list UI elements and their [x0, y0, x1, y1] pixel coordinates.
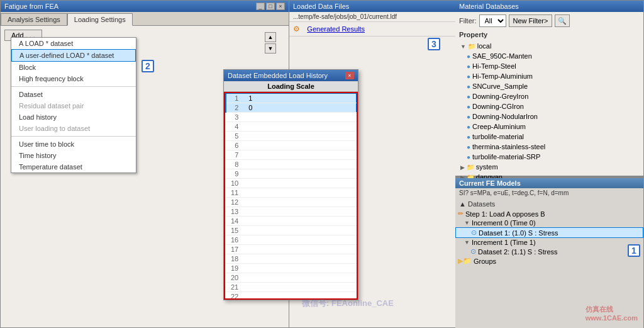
menu-item-user-loading: User loading to dataset	[11, 123, 136, 134]
menu-item-user-time[interactable]: User time to block	[11, 139, 136, 150]
tree-row: ●Creep-Aluminium	[455, 122, 643, 131]
row-value[interactable]	[243, 283, 356, 292]
generated-results-link[interactable]: Generated Results	[304, 24, 367, 34]
fe-tree-item-ds2[interactable]: ⊙Dataset 2: (1.1) S : Stress	[455, 247, 643, 256]
row-value[interactable]: 0	[243, 103, 356, 113]
dialog-table-row[interactable]: 22	[226, 292, 357, 300]
row-value[interactable]	[243, 245, 356, 254]
down-arrow-button[interactable]: ▼	[265, 43, 276, 54]
dialog-table-row[interactable]: 10	[226, 179, 357, 188]
badge-1: 1	[628, 244, 640, 257]
fe-tree-item-inc1[interactable]: ▼Increment 1 (Time 1)	[455, 238, 643, 247]
material-tree-item-downing-nodular[interactable]: ●Downing-NodularIron	[455, 111, 643, 122]
material-tree-item-sncurve[interactable]: ●SNCurve_Sample	[455, 81, 643, 91]
search-button[interactable]: 🔍	[555, 14, 570, 27]
material-tree-item-hi-temp-steel[interactable]: ●Hi-Temp-Steel	[455, 61, 643, 71]
material-tree-item-local[interactable]: ▼ 📁local	[455, 41, 643, 51]
fe-tree-item-ds1[interactable]: ⊙Dataset 1: (1.0) S : Stress	[455, 227, 643, 238]
tab-analysis[interactable]: Analysis Settings	[1, 13, 67, 25]
row-value[interactable]	[243, 132, 356, 141]
row-value[interactable]	[243, 273, 356, 283]
menu-item-user-defined[interactable]: A user-defined LOAD * dataset	[11, 49, 136, 62]
row-value[interactable]	[243, 264, 356, 273]
menu-item-dataset[interactable]: Dataset	[11, 89, 136, 100]
menu-item-a-load[interactable]: A LOAD * dataset	[11, 38, 136, 49]
file-icon: ●	[467, 133, 470, 140]
row-value[interactable]	[243, 122, 356, 132]
dialog-table-row[interactable]: 6	[226, 141, 357, 150]
dialog-table-row[interactable]: 4	[226, 122, 357, 132]
row-value[interactable]	[243, 207, 356, 217]
fe-tree-item-groups[interactable]: ▶📁Groups	[455, 256, 643, 266]
material-tree-item-downing-cg[interactable]: ●Downing-CGIron	[455, 101, 643, 111]
dialog-table-row[interactable]: 21	[226, 283, 357, 292]
row-value[interactable]	[243, 169, 356, 179]
new-filter-button[interactable]: New Filter>	[509, 14, 553, 27]
material-tree-item-turbolife-srp[interactable]: ●turbolife-material-SRP	[455, 152, 643, 162]
dialog-table-container[interactable]: 1120345678910111213141516171819202122	[224, 92, 358, 300]
dialog-table-row[interactable]: 14	[226, 217, 357, 226]
dialog-table-row[interactable]: 8	[226, 160, 357, 169]
tree-item-label: Downing-GreyIron	[472, 93, 528, 100]
dialog-table-row[interactable]: 3	[226, 113, 357, 122]
dialog-table-row[interactable]: 18	[226, 254, 357, 264]
row-value[interactable]: 1	[243, 94, 356, 103]
menu-item-load-history[interactable]: Load history	[11, 111, 136, 123]
fe-tree-item-inc0[interactable]: ▼Increment 0 (Time 0)	[455, 218, 643, 227]
menu-item-time-history[interactable]: Time history	[11, 150, 136, 161]
dialog-table-row[interactable]: 20	[226, 273, 357, 283]
dialog-table-row[interactable]: 11	[226, 94, 357, 103]
fe-tree-item-label: Increment 1 (Time 1)	[472, 239, 536, 246]
filter-select[interactable]: All	[479, 14, 506, 27]
title-buttons: _ □ ×	[256, 3, 285, 10]
dialog-table-row[interactable]: 12	[226, 198, 357, 207]
menu-item-high-freq[interactable]: High frequency block	[11, 73, 136, 84]
dialog-table-row[interactable]: 20	[226, 103, 357, 113]
material-tree-item-downing-grey[interactable]: ●Downing-GreyIron	[455, 91, 643, 101]
main-window-title: Fatigue from FEA	[4, 3, 58, 10]
menu-item-temp-dataset[interactable]: Temperature dataset	[11, 161, 136, 172]
material-tree-item-creep-al[interactable]: ●Creep-Aluminium	[455, 122, 643, 132]
generated-results-section: ⚙ Generated Results	[289, 22, 455, 37]
row-value[interactable]	[243, 160, 356, 169]
row-value[interactable]	[243, 150, 356, 160]
dialog-table-row[interactable]: 15	[226, 226, 357, 235]
maximize-button[interactable]: □	[266, 3, 275, 10]
row-value[interactable]	[243, 141, 356, 150]
tree-item-label: turbolife-material	[472, 133, 524, 140]
row-value[interactable]	[243, 179, 356, 188]
fe-tree-item-step1[interactable]: ✏Step 1: Load A opposes B	[455, 209, 643, 218]
row-value[interactable]	[243, 254, 356, 264]
dialog-table-row[interactable]: 19	[226, 264, 357, 273]
dialog-table-row[interactable]: 7	[226, 150, 357, 160]
material-tree-item-hi-temp-al[interactable]: ●Hi-Temp-Aluminium	[455, 71, 643, 81]
row-value[interactable]	[243, 217, 356, 226]
tab-loading[interactable]: Loading Settings	[67, 13, 133, 26]
up-arrow-button[interactable]: ▲	[265, 32, 276, 42]
material-tree-item-thermina[interactable]: ●thermina-stainless-steel	[455, 142, 643, 152]
dialog-table-row[interactable]: 13	[226, 207, 357, 217]
dialog-table-row[interactable]: 17	[226, 245, 357, 254]
row-value[interactable]	[243, 226, 356, 235]
dialog-titlebar: Dataset Embedded Load History ×	[224, 70, 358, 81]
dialog-table-row[interactable]: 11	[226, 188, 357, 198]
close-button[interactable]: ×	[276, 3, 285, 10]
row-value[interactable]	[243, 188, 356, 198]
menu-item-block[interactable]: Block	[11, 62, 136, 73]
dialog-table-row[interactable]: 16	[226, 235, 357, 245]
dialog-table-row[interactable]: 5	[226, 132, 357, 141]
row-value[interactable]	[243, 113, 356, 122]
row-number: 4	[226, 122, 243, 132]
row-number: 7	[226, 150, 243, 160]
minimize-button[interactable]: _	[256, 3, 265, 10]
row-value[interactable]	[243, 198, 356, 207]
row-value[interactable]	[243, 235, 356, 245]
dialog-close-button[interactable]: ×	[345, 72, 354, 79]
material-tree-item-system[interactable]: ▶ 📁system	[455, 162, 643, 172]
material-tree-item-sae950[interactable]: ●SAE_950C-Manten	[455, 51, 643, 61]
row-value[interactable]	[243, 292, 356, 300]
tree-row: ●Downing-GreyIron	[455, 92, 643, 101]
material-tree-item-turbolife[interactable]: ●turbolife-material	[455, 132, 643, 142]
dialog-table-row[interactable]: 9	[226, 169, 357, 179]
increment-icon: ▼	[464, 239, 470, 246]
